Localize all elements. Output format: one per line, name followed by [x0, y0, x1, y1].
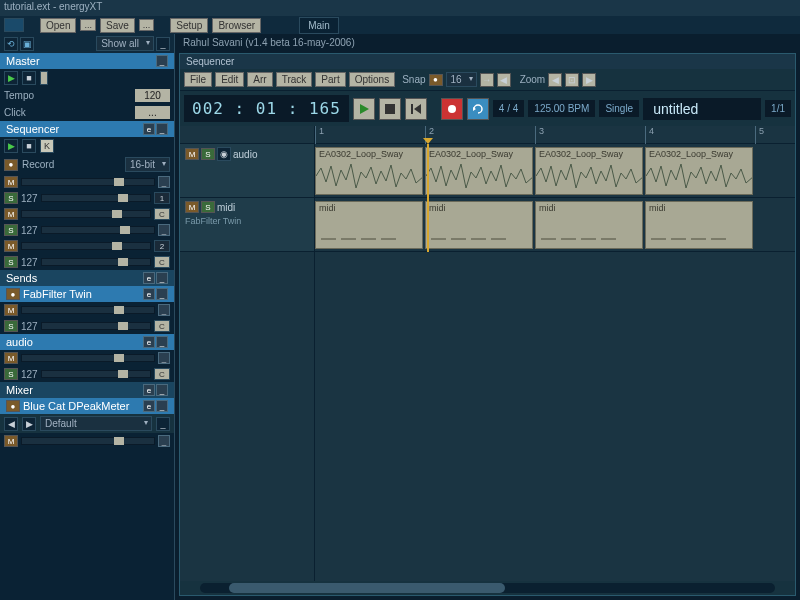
- bits-dropdown[interactable]: 16-bit: [125, 157, 170, 172]
- clip-a2[interactable]: EA0302_Loop_Sway: [425, 147, 533, 195]
- clip-m2[interactable]: midi: [425, 201, 533, 249]
- def-mute[interactable]: M: [4, 435, 18, 447]
- record-button[interactable]: [441, 98, 463, 120]
- clip-a4[interactable]: EA0302_Loop_Sway: [645, 147, 753, 195]
- sequencer-header[interactable]: Sequencer e_: [0, 121, 174, 137]
- loop-button[interactable]: [467, 98, 489, 120]
- audio-slot[interactable]: _: [158, 352, 170, 364]
- seq-file[interactable]: File: [184, 72, 212, 87]
- master-extra[interactable]: [40, 71, 48, 85]
- mixer-header[interactable]: Mixer e_: [0, 382, 174, 398]
- track-head-audio[interactable]: M S ◉ audio: [180, 144, 314, 198]
- trk1-mon[interactable]: ◉: [217, 147, 231, 161]
- stop-button[interactable]: [379, 98, 401, 120]
- sends-header[interactable]: Sends e_: [0, 270, 174, 286]
- left-nav-2[interactable]: ▣: [20, 37, 34, 51]
- trk2-mute[interactable]: M: [185, 201, 199, 213]
- snap-prev[interactable]: ◀: [497, 73, 511, 87]
- main-tab[interactable]: Main: [299, 17, 339, 34]
- audio-pan[interactable]: [41, 370, 151, 378]
- setup-button[interactable]: Setup: [170, 18, 208, 33]
- snap-value[interactable]: 16: [446, 72, 477, 87]
- click-button[interactable]: ...: [135, 106, 170, 119]
- fab-mute[interactable]: M: [4, 304, 18, 316]
- audio-solo[interactable]: S: [4, 368, 18, 380]
- mixer-min[interactable]: _: [156, 384, 168, 396]
- play-button[interactable]: [353, 98, 375, 120]
- audio-c[interactable]: C: [154, 368, 170, 380]
- def-slot[interactable]: _: [158, 435, 170, 447]
- trk2-solo[interactable]: S: [201, 201, 215, 213]
- seq-rewind[interactable]: K: [40, 139, 54, 153]
- nav-next[interactable]: ▶: [22, 417, 36, 431]
- seq-options[interactable]: Options: [349, 72, 395, 87]
- fab-min[interactable]: _: [156, 288, 168, 300]
- clip-a1[interactable]: EA0302_Loop_Sway: [315, 147, 423, 195]
- audio-e[interactable]: e: [143, 336, 155, 348]
- timecode[interactable]: 002 : 01 : 165: [184, 95, 349, 122]
- seq-e[interactable]: e: [143, 123, 155, 135]
- browser-button[interactable]: Browser: [212, 18, 261, 33]
- tempo-value[interactable]: 120: [135, 89, 170, 102]
- seq-arr[interactable]: Arr: [247, 72, 272, 87]
- slot-2[interactable]: _: [158, 224, 170, 236]
- rewind-button[interactable]: [405, 98, 427, 120]
- def-vol[interactable]: [21, 437, 155, 445]
- h-scrollbar[interactable]: [180, 581, 795, 595]
- trk1-mute[interactable]: M: [185, 148, 199, 160]
- seq-edit[interactable]: Edit: [215, 72, 244, 87]
- save-button[interactable]: Save: [100, 18, 135, 33]
- solo-1[interactable]: S: [4, 192, 18, 204]
- audio-mute[interactable]: M: [4, 352, 18, 364]
- bluecat-toggle[interactable]: ●: [6, 400, 20, 412]
- fab-pan[interactable]: [41, 322, 151, 330]
- pan-slider-3[interactable]: [41, 258, 151, 266]
- zoom-left[interactable]: ◀: [548, 73, 562, 87]
- master-stop[interactable]: ■: [22, 71, 36, 85]
- fab-vol[interactable]: [21, 306, 155, 314]
- open-button[interactable]: Open: [40, 18, 76, 33]
- master-play[interactable]: ▶: [4, 71, 18, 85]
- fab-c[interactable]: C: [154, 320, 170, 332]
- pan-slider-1[interactable]: [41, 194, 151, 202]
- pan-slider-2[interactable]: [41, 226, 155, 234]
- h-scroll-thumb[interactable]: [229, 583, 505, 593]
- master-header[interactable]: Master _: [0, 53, 174, 69]
- vol-slider-1[interactable]: [21, 178, 155, 186]
- seq-min[interactable]: _: [156, 123, 168, 135]
- seq-track[interactable]: Track: [276, 72, 313, 87]
- time-sig[interactable]: 4 / 4: [493, 100, 524, 117]
- bluecat-header[interactable]: ●Blue Cat DPeakMeter e_: [0, 398, 174, 414]
- chan-1[interactable]: 1: [154, 192, 170, 204]
- open-more-button[interactable]: ...: [80, 19, 96, 31]
- bluecat-e[interactable]: e: [143, 400, 155, 412]
- fab-header[interactable]: ●FabFilter Twin e_: [0, 286, 174, 302]
- track-head-midi[interactable]: M S midi FabFilter Twin: [180, 198, 314, 252]
- audio-vol[interactable]: [21, 354, 155, 362]
- record-toggle[interactable]: ●: [4, 159, 18, 171]
- seq-stop[interactable]: ■: [22, 139, 36, 153]
- bluecat-min[interactable]: _: [156, 400, 168, 412]
- chan-c2[interactable]: C: [154, 256, 170, 268]
- clip-m1[interactable]: midi: [315, 201, 423, 249]
- fab-e[interactable]: e: [143, 288, 155, 300]
- mixer-e[interactable]: e: [143, 384, 155, 396]
- zoom-fit[interactable]: ⊡: [565, 73, 579, 87]
- chan-c1[interactable]: C: [154, 208, 170, 220]
- zoom-right[interactable]: ▶: [582, 73, 596, 87]
- snap-toggle[interactable]: ●: [429, 74, 443, 86]
- clip-a3[interactable]: EA0302_Loop_Sway: [535, 147, 643, 195]
- collapse-button[interactable]: _: [156, 37, 170, 51]
- sends-e[interactable]: e: [143, 272, 155, 284]
- playhead[interactable]: [427, 144, 429, 252]
- audio-header[interactable]: audio e_: [0, 334, 174, 350]
- audio-min[interactable]: _: [156, 336, 168, 348]
- fab-solo[interactable]: S: [4, 320, 18, 332]
- fab-toggle[interactable]: ●: [6, 288, 20, 300]
- default-min[interactable]: _: [156, 417, 170, 431]
- slot-1[interactable]: _: [158, 176, 170, 188]
- fab-slot[interactable]: _: [158, 304, 170, 316]
- page-field[interactable]: 1/1: [765, 100, 791, 117]
- snap-next[interactable]: →: [480, 73, 494, 87]
- solo-2[interactable]: S: [4, 224, 18, 236]
